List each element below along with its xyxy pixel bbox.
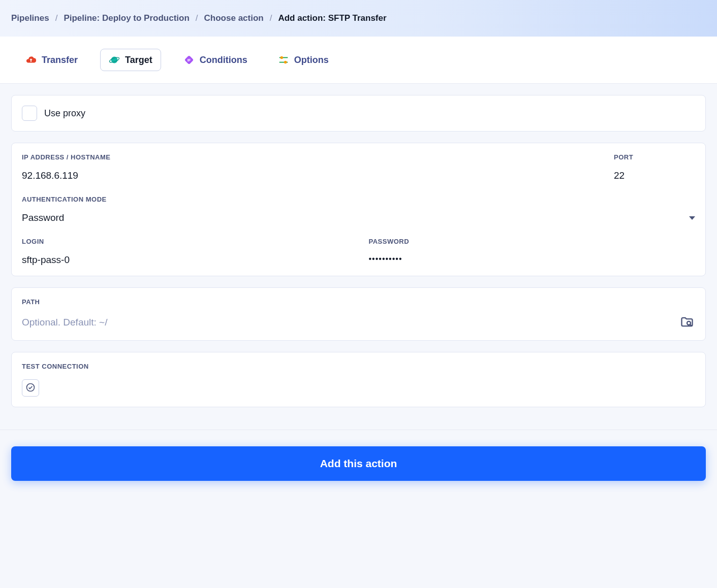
content-area: Use proxy IP ADDRESS / HOSTNAME PORT AUT…: [0, 84, 717, 430]
tab-target[interactable]: Target: [100, 49, 161, 71]
page-header: Pipelines / Pipeline: Deploy to Producti…: [0, 0, 717, 37]
breadcrumb-sep: /: [270, 13, 272, 23]
diamond-icon: IF: [183, 54, 195, 66]
port-input[interactable]: [614, 170, 695, 181]
login-input[interactable]: [22, 254, 349, 266]
tab-options[interactable]: Options: [270, 49, 337, 71]
svg-point-8: [687, 321, 691, 325]
auth-mode-value: Password: [22, 212, 689, 223]
breadcrumb-pipelines[interactable]: Pipelines: [11, 13, 49, 23]
sliders-icon: [278, 54, 289, 66]
use-proxy-label: Use proxy: [44, 108, 85, 119]
breadcrumb-pipeline-deploy[interactable]: Pipeline: Deploy to Production: [64, 13, 189, 23]
connection-card: IP ADDRESS / HOSTNAME PORT AUTHENTICATIO…: [11, 143, 706, 276]
tab-transfer[interactable]: Transfer: [17, 49, 86, 71]
hostname-label: IP ADDRESS / HOSTNAME: [22, 153, 594, 161]
tabs-bar: Transfer Target IF Conditions Options: [0, 37, 717, 84]
password-input[interactable]: ••••••••••: [369, 254, 696, 264]
test-connection-button[interactable]: [22, 379, 39, 397]
test-connection-card: TEST CONNECTION: [11, 352, 706, 407]
proxy-card: Use proxy: [11, 95, 706, 132]
breadcrumb-sep: /: [196, 13, 198, 23]
svg-point-7: [284, 61, 287, 64]
auth-mode-select[interactable]: Password: [22, 212, 695, 223]
tab-label: Transfer: [42, 55, 78, 66]
breadcrumb-current: Add action: SFTP Transfer: [278, 13, 386, 23]
svg-point-5: [280, 56, 283, 59]
test-connection-label: TEST CONNECTION: [22, 363, 695, 370]
breadcrumb-sep: /: [55, 13, 58, 23]
login-label: LOGIN: [22, 238, 349, 245]
planet-icon: [109, 54, 120, 66]
port-label: PORT: [614, 153, 695, 161]
check-circle-icon: [25, 382, 36, 394]
svg-text:IF: IF: [187, 58, 191, 62]
hostname-input[interactable]: [22, 170, 594, 181]
path-input[interactable]: [22, 317, 674, 328]
tab-label: Target: [125, 55, 152, 66]
path-card: PATH: [11, 287, 706, 341]
svg-point-10: [27, 383, 35, 391]
footer-bar: Add this action: [0, 430, 717, 497]
tab-conditions[interactable]: IF Conditions: [175, 49, 256, 71]
breadcrumb: Pipelines / Pipeline: Deploy to Producti…: [11, 13, 706, 23]
path-label: PATH: [22, 298, 695, 306]
use-proxy-checkbox[interactable]: [22, 106, 37, 121]
breadcrumb-choose-action[interactable]: Choose action: [204, 13, 264, 23]
password-label: PASSWORD: [369, 238, 696, 245]
browse-folder-icon[interactable]: [680, 315, 695, 330]
auth-mode-label: AUTHENTICATION MODE: [22, 195, 695, 203]
cloud-upload-icon: [25, 54, 37, 66]
add-action-button[interactable]: Add this action: [11, 446, 706, 481]
tab-label: Conditions: [200, 55, 247, 66]
chevron-down-icon: [689, 216, 695, 220]
tab-label: Options: [294, 55, 329, 66]
